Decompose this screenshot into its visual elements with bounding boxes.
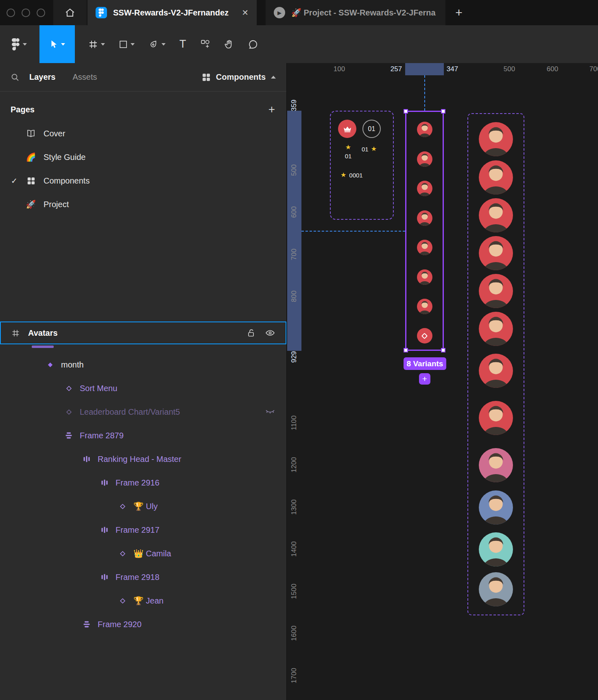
ruler-label: 347 xyxy=(447,65,458,73)
avatar-variant[interactable] xyxy=(417,151,432,167)
layer-label: 🏆 Uly xyxy=(133,501,157,511)
tab-close-icon[interactable]: ✕ xyxy=(242,8,249,18)
avatar-variant[interactable] xyxy=(417,299,432,314)
component-diamond-icon xyxy=(64,385,73,392)
component-diamond-icon xyxy=(118,503,127,510)
ruler-label: 1300 xyxy=(290,499,298,515)
avatar-variant[interactable] xyxy=(417,269,432,285)
page-label: Style Guide xyxy=(44,153,85,162)
points-badge[interactable]: ★ 0001 xyxy=(340,172,363,178)
layer-row-leaderboard-chart[interactable]: Leaderboard Chart/Variant5 xyxy=(0,400,286,424)
avatar-photo[interactable] xyxy=(479,448,513,482)
star-row-badge[interactable]: 01 ★ xyxy=(362,146,377,152)
page-item-project[interactable]: 🚀 Project xyxy=(0,192,286,216)
star-row-value: 01 xyxy=(362,146,369,152)
section-title: Avatars xyxy=(28,328,58,338)
layer-row-frame-2917[interactable]: Frame 2917 xyxy=(0,518,286,542)
tab-assets[interactable]: Assets xyxy=(73,72,97,82)
avatar-preview-frame[interactable] xyxy=(467,113,524,615)
avatar-photo[interactable] xyxy=(479,572,513,606)
home-tab-button[interactable] xyxy=(53,0,87,25)
pen-tool-button[interactable] xyxy=(142,25,172,63)
frame-tool-button[interactable] xyxy=(81,25,112,63)
book-icon xyxy=(26,129,36,138)
eye-icon[interactable] xyxy=(265,329,275,337)
layer-row-frame-2916[interactable]: Frame 2916 xyxy=(0,471,286,494)
autolayout-vertical-icon xyxy=(64,431,73,440)
add-page-button[interactable]: + xyxy=(268,103,275,116)
window-close-button[interactable] xyxy=(7,9,15,17)
move-tool-button[interactable] xyxy=(39,25,75,63)
layer-row-sort-menu[interactable]: Sort Menu xyxy=(0,376,286,400)
shape-tool-button[interactable] xyxy=(112,25,142,63)
page-item-style-guide[interactable]: 🌈 Style Guide xyxy=(0,145,286,169)
components-grid-icon xyxy=(202,73,211,82)
avatar-photo[interactable] xyxy=(479,122,513,156)
avatar-variant[interactable] xyxy=(417,122,432,137)
avatar-photo[interactable] xyxy=(479,401,513,435)
tab-layers[interactable]: Layers xyxy=(29,72,56,82)
page-item-cover[interactable]: Cover xyxy=(0,122,286,145)
layer-row-jean[interactable]: 🏆 Jean xyxy=(0,589,286,612)
rocket-icon: 🚀 xyxy=(26,199,36,209)
file-tab-title: SSW-Rewards-V2-JFernandez xyxy=(113,8,232,18)
selection-handle[interactable] xyxy=(404,348,408,352)
avatar-photo[interactable] xyxy=(479,160,513,195)
clipped-layer-row xyxy=(0,344,286,348)
left-sidebar: Layers Assets Components Pages + Cover 🌈 xyxy=(0,63,287,700)
page-item-components[interactable]: ✓ Components xyxy=(0,169,286,192)
layer-label: Sort Menu xyxy=(80,384,117,393)
layer-row-frame-2918[interactable]: Frame 2918 xyxy=(0,565,286,589)
hidden-eye-icon[interactable] xyxy=(265,409,275,415)
placeholder-diamond-icon xyxy=(421,332,428,339)
canvas-viewport[interactable]: 100 257 347 500 600 700 359 500 600 700 … xyxy=(287,63,598,700)
unlock-icon[interactable] xyxy=(247,328,255,337)
avatar-photo[interactable] xyxy=(479,532,513,567)
avatar-photo[interactable] xyxy=(479,354,513,388)
search-icon[interactable] xyxy=(11,73,20,82)
home-icon xyxy=(65,8,75,18)
ruler-label: 600 xyxy=(547,65,558,73)
layer-row-camila[interactable]: 👑 Camila xyxy=(0,542,286,565)
text-tool-button[interactable]: T xyxy=(172,25,193,63)
avatar-variant[interactable] xyxy=(417,240,432,255)
avatar-photo[interactable] xyxy=(479,312,513,346)
avatar-photo[interactable] xyxy=(479,236,513,270)
selection-handle[interactable] xyxy=(404,109,408,114)
avatar-photo[interactable] xyxy=(479,490,513,525)
avatar-variant[interactable] xyxy=(417,181,432,196)
new-tab-button[interactable]: + xyxy=(445,0,472,25)
selection-handle[interactable] xyxy=(441,348,445,352)
layer-row-frame-2920[interactable]: Frame 2920 xyxy=(0,612,286,636)
selection-handle[interactable] xyxy=(441,109,445,114)
components-mode-switch[interactable]: Components xyxy=(202,72,276,82)
avatar-variant[interactable] xyxy=(417,210,432,226)
comment-tool-button[interactable] xyxy=(241,25,265,63)
hand-tool-button[interactable] xyxy=(217,25,241,63)
ruler-label: 1500 xyxy=(290,584,298,599)
layer-row-ranking-head-master[interactable]: Ranking Head - Master xyxy=(0,447,286,471)
rank-badge[interactable]: 01 xyxy=(362,120,381,138)
component-diamond-icon xyxy=(118,597,127,604)
star-stack-badge[interactable]: ★ 01 xyxy=(341,144,355,159)
crown-badge[interactable] xyxy=(338,120,356,138)
avatar-variant-set[interactable] xyxy=(405,111,444,351)
layer-row-frame-2879[interactable]: Frame 2879 xyxy=(0,424,286,447)
avatar-photo[interactable] xyxy=(479,198,513,232)
file-tab-inactive[interactable]: ▶ 🚀 Project - SSW-Rewards-V2-JFerna xyxy=(266,0,445,25)
avatar-variant-placeholder[interactable] xyxy=(417,328,432,343)
avatar-photo[interactable] xyxy=(479,274,513,308)
add-variant-button[interactable]: + xyxy=(419,373,430,385)
file-tab-active[interactable]: SSW-Rewards-V2-JFernandez ✕ xyxy=(87,0,257,25)
window-minimize-button[interactable] xyxy=(22,9,30,17)
layer-row-month[interactable]: month xyxy=(0,353,286,376)
window-zoom-button[interactable] xyxy=(37,9,45,17)
avatars-section-header[interactable]: Avatars xyxy=(0,322,286,344)
layer-row-uly[interactable]: 🏆 Uly xyxy=(0,494,286,518)
page-label: Project xyxy=(44,200,69,209)
text-tool-icon: T xyxy=(179,38,186,50)
resources-tool-button[interactable] xyxy=(193,25,217,63)
badge-spec-frame[interactable]: 01 ★ 01 01 ★ ★ 0001 xyxy=(330,111,394,220)
components-mode-label: Components xyxy=(216,72,266,82)
main-menu-button[interactable] xyxy=(5,25,34,63)
